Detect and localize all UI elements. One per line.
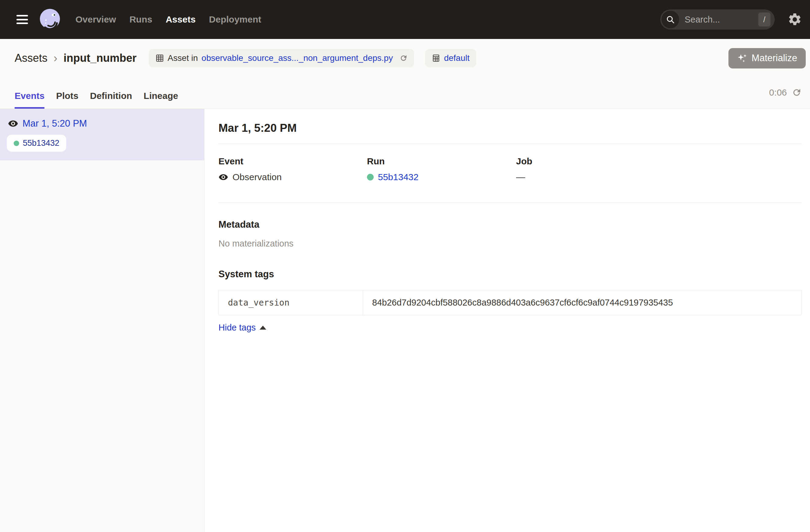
event-summary-columns: Event Observation Run 55b13432 bbox=[218, 156, 801, 182]
tag-value-cell: 84b26d7d9204cbf588026c8a9886d403a6c9637c… bbox=[363, 290, 801, 315]
refresh-icon[interactable] bbox=[400, 54, 407, 62]
page-header: Assets › input_number Asset in observabl… bbox=[0, 39, 810, 109]
run-id-label: 55b13432 bbox=[23, 139, 59, 148]
event-detail-title: Mar 1, 5:20 PM bbox=[218, 122, 801, 134]
system-tags-heading: System tags bbox=[218, 269, 801, 280]
search-icon bbox=[662, 11, 679, 28]
asset-chip-prefix: Asset in bbox=[168, 53, 198, 63]
dagster-logo[interactable] bbox=[38, 8, 62, 31]
eye-icon bbox=[8, 118, 18, 129]
run-id-link[interactable]: 55b13432 bbox=[378, 172, 418, 182]
event-timestamp-link[interactable]: Mar 1, 5:20 PM bbox=[22, 118, 87, 129]
run-status-dot bbox=[367, 174, 374, 180]
hamburger-icon[interactable] bbox=[16, 15, 28, 24]
refresh-icon[interactable] bbox=[792, 88, 801, 97]
slash-shortcut-key: / bbox=[758, 13, 771, 27]
tab-bar: Events Plots Definition Lineage 0:06 bbox=[0, 68, 810, 109]
nav-item-overview[interactable]: Overview bbox=[76, 14, 116, 25]
materialize-button[interactable]: Materialize bbox=[728, 48, 806, 68]
caret-up-icon bbox=[260, 326, 266, 329]
breadcrumb: Assets › input_number Asset in observabl… bbox=[0, 39, 810, 68]
hide-tags-label: Hide tags bbox=[218, 323, 256, 333]
code-location-link[interactable]: default bbox=[444, 53, 470, 63]
hide-tags-button[interactable]: Hide tags bbox=[218, 323, 266, 333]
chevron-right-icon: › bbox=[53, 52, 58, 65]
grid-icon bbox=[156, 54, 164, 62]
materialize-label: Materialize bbox=[751, 53, 797, 64]
metadata-heading: Metadata bbox=[218, 219, 801, 230]
event-detail-panel: Mar 1, 5:20 PM Event Observation Run bbox=[205, 109, 810, 532]
tab-lineage[interactable]: Lineage bbox=[144, 91, 178, 109]
eye-icon bbox=[218, 172, 228, 182]
run-column-label: Run bbox=[367, 156, 516, 166]
tab-plots[interactable]: Plots bbox=[56, 91, 78, 109]
nav-item-runs[interactable]: Runs bbox=[129, 14, 152, 25]
event-list-sidebar: Mar 1, 5:20 PM 55b13432 bbox=[0, 109, 205, 532]
breadcrumb-assets-link[interactable]: Assets bbox=[15, 52, 47, 65]
system-tags-table: data_version 84b26d7d9204cbf588026c8a988… bbox=[218, 290, 801, 315]
metadata-empty-text: No materializations bbox=[218, 239, 801, 249]
repo-grid-icon bbox=[432, 54, 440, 62]
run-status-dot bbox=[14, 141, 19, 146]
nav-item-assets[interactable]: Assets bbox=[165, 14, 195, 25]
code-location-chip[interactable]: default bbox=[425, 49, 476, 67]
asset-source-file-link[interactable]: observable_source_ass..._non_argument_de… bbox=[201, 53, 393, 63]
run-id-badge[interactable]: 55b13432 bbox=[7, 134, 66, 152]
sparkle-icon bbox=[737, 53, 747, 63]
refresh-countdown: 0:06 bbox=[769, 87, 787, 98]
job-empty-value: — bbox=[516, 172, 525, 182]
top-nav: Overview Runs Assets Deployment / bbox=[0, 0, 810, 39]
job-column: Job — bbox=[516, 156, 801, 182]
table-row: data_version 84b26d7d9204cbf588026c8a988… bbox=[219, 290, 801, 315]
tag-key-cell: data_version bbox=[219, 290, 363, 315]
primary-nav: Overview Runs Assets Deployment bbox=[76, 14, 261, 25]
search-input[interactable] bbox=[685, 15, 743, 25]
tab-definition[interactable]: Definition bbox=[90, 91, 132, 109]
event-list-item[interactable]: Mar 1, 5:20 PM 55b13432 bbox=[0, 109, 204, 160]
gear-icon[interactable] bbox=[788, 12, 802, 27]
event-type-value: Observation bbox=[232, 172, 282, 182]
tab-events[interactable]: Events bbox=[15, 91, 45, 109]
search-box[interactable]: / bbox=[660, 10, 775, 30]
asset-definition-chip: Asset in observable_source_ass..._non_ar… bbox=[149, 49, 414, 67]
nav-item-deployment[interactable]: Deployment bbox=[209, 14, 261, 25]
event-column-label: Event bbox=[218, 156, 367, 166]
event-column: Event Observation bbox=[218, 156, 367, 182]
job-column-label: Job bbox=[516, 156, 801, 166]
page-title: input_number bbox=[64, 52, 136, 65]
run-column: Run 55b13432 bbox=[367, 156, 516, 182]
